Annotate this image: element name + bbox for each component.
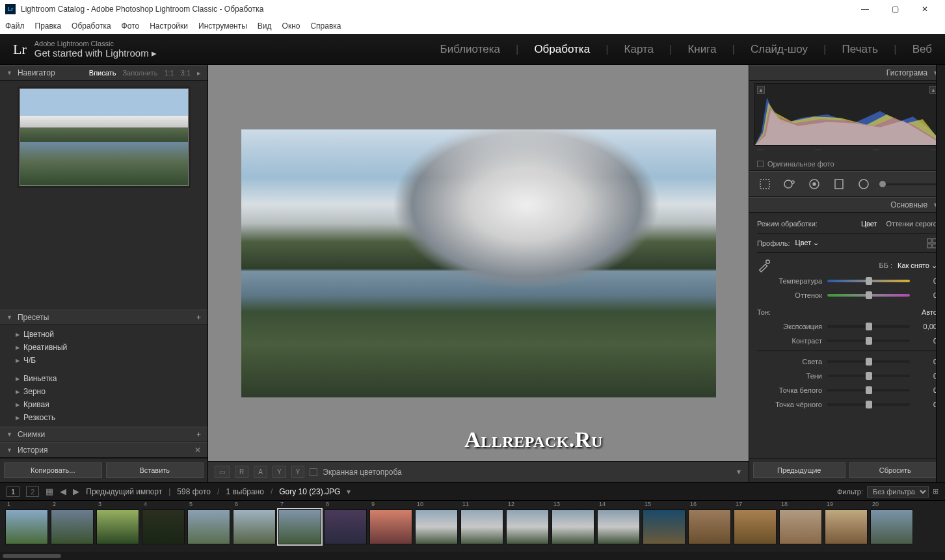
preset-group[interactable]: ▶Зерно — [0, 385, 207, 398]
menu-item[interactable]: Окно — [282, 21, 300, 31]
menu-item[interactable]: Инструменты — [198, 21, 247, 31]
filmstrip-thumbnail[interactable]: 6 — [233, 509, 276, 544]
before-after-y2-button[interactable]: Y — [291, 466, 305, 478]
filmstrip-thumbnail[interactable]: 11 — [460, 509, 503, 544]
spot-removal-tool[interactable] — [780, 175, 799, 193]
zoom-option[interactable]: Заполнить — [122, 69, 157, 77]
filmstrip-thumbnail[interactable]: 17 — [734, 509, 777, 544]
zoom-option[interactable]: 1:1 — [164, 69, 174, 77]
shadows-slider[interactable] — [827, 375, 910, 377]
whites-slider[interactable] — [827, 389, 910, 392]
filmstrip-scrollbar[interactable] — [0, 552, 945, 560]
paste-settings-button[interactable]: Вставить — [106, 462, 204, 478]
grid-view-icon[interactable]: ▦ — [46, 487, 53, 496]
menu-item[interactable]: Справка — [310, 21, 341, 31]
module-tab[interactable]: Библиотека — [440, 43, 500, 56]
preset-group[interactable]: ▶Креативный — [0, 341, 207, 354]
navigator-thumbnail[interactable] — [20, 88, 189, 186]
filter-lock-icon[interactable]: ⊞ — [933, 487, 938, 496]
filmstrip-thumbnail[interactable]: 7 — [278, 509, 321, 544]
temperature-value[interactable]: 0 — [915, 277, 937, 285]
add-preset-button[interactable]: + — [196, 313, 201, 322]
filmstrip-thumbnail[interactable]: 12 — [506, 509, 549, 544]
filmstrip-thumbnail[interactable]: 15 — [643, 509, 685, 544]
exposure-slider[interactable] — [827, 325, 910, 328]
main-window-button[interactable]: 1 — [7, 487, 20, 497]
wb-dropdown[interactable]: Как снято ⌄ — [898, 261, 937, 270]
histogram-header[interactable]: Гистограма ▼ — [749, 65, 945, 81]
filmstrip-thumbnail[interactable]: 5 — [187, 509, 230, 544]
module-tab[interactable]: Веб — [912, 43, 932, 56]
profile-dropdown[interactable]: Цвет ⌄ — [795, 239, 819, 247]
filmstrip-thumbnail[interactable]: 10 — [415, 509, 458, 544]
menu-item[interactable]: Файл — [5, 21, 25, 31]
filter-dropdown[interactable]: Без фильтра — [867, 486, 929, 498]
blacks-value[interactable]: 0 — [915, 401, 937, 408]
module-tab[interactable]: Обработка — [534, 43, 590, 56]
module-tab[interactable]: Книга — [687, 43, 716, 56]
redeye-tool[interactable] — [805, 175, 823, 193]
mask-amount-slider[interactable] — [879, 183, 938, 185]
navigator-preview[interactable] — [0, 81, 207, 194]
menu-item[interactable]: Вид — [258, 21, 272, 31]
softproof-checkbox[interactable] — [310, 468, 317, 476]
auto-tone-button[interactable]: Авто — [922, 308, 937, 316]
snapshots-header[interactable]: ▼ Снимки + — [0, 427, 207, 442]
preset-group[interactable]: ▶Кривая — [0, 398, 207, 411]
menu-item[interactable]: Настройки — [150, 21, 188, 31]
original-checkbox[interactable] — [757, 161, 764, 167]
copy-settings-button[interactable]: Копировать... — [4, 462, 102, 478]
breadcrumb-source[interactable]: Предыдущий импорт — [86, 487, 162, 496]
gradient-tool[interactable] — [830, 175, 848, 193]
clear-history-button[interactable]: ✕ — [194, 446, 201, 455]
filmstrip-thumbnail[interactable]: 8 — [324, 509, 367, 544]
whites-value[interactable]: 0 — [915, 386, 937, 394]
zoom-more-icon[interactable]: ▸ — [197, 69, 201, 77]
filmstrip-thumbnail[interactable]: 13 — [552, 509, 594, 544]
contrast-slider[interactable] — [827, 340, 910, 342]
module-tab[interactable]: Карта — [624, 43, 654, 56]
shadow-clipping-icon[interactable]: ▲ — [757, 86, 765, 94]
add-snapshot-button[interactable]: + — [196, 430, 201, 439]
history-header[interactable]: ▼ История ✕ — [0, 442, 207, 458]
filmstrip-thumbnail[interactable]: 19 — [825, 509, 868, 544]
highlights-value[interactable]: 0 — [915, 358, 937, 366]
menu-item[interactable]: Фото — [122, 21, 140, 31]
filmstrip-thumbnail[interactable]: 2 — [51, 509, 94, 544]
nav-back-icon[interactable]: ◀ — [60, 487, 66, 496]
exposure-value[interactable]: 0,00 — [915, 323, 937, 330]
preset-group[interactable]: ▶Резкость — [0, 411, 207, 424]
basic-header[interactable]: Основные ▼ — [749, 197, 945, 213]
presets-header[interactable]: ▼ Пресеты + — [0, 310, 207, 325]
filmstrip-thumbnail[interactable]: 1 — [5, 509, 48, 544]
original-photo-row[interactable]: Оригинальное фото — [749, 157, 945, 171]
previous-button[interactable]: Предыдущие — [753, 462, 845, 478]
nav-forward-icon[interactable]: ▶ — [73, 487, 79, 496]
filmstrip-thumbnail[interactable]: 20 — [870, 509, 913, 544]
treatment-bw[interactable]: Оттенки серого — [886, 220, 937, 228]
second-window-button[interactable]: 2 — [26, 487, 39, 497]
menu-item[interactable]: Обработка — [72, 21, 111, 31]
radial-tool[interactable] — [855, 175, 873, 193]
menu-item[interactable]: Правка — [35, 21, 62, 31]
module-tab[interactable]: Слайд-шоу — [751, 43, 808, 56]
contrast-value[interactable]: 0 — [915, 337, 937, 345]
crop-tool[interactable] — [756, 175, 774, 193]
current-filename[interactable]: Gory 10 (23).JPG — [279, 487, 340, 496]
filmstrip-thumbnail[interactable]: 4 — [142, 509, 185, 544]
wb-eyedropper-icon[interactable] — [757, 258, 771, 273]
right-scrollbar[interactable] — [936, 65, 945, 482]
filmstrip-thumbnail[interactable]: 14 — [597, 509, 640, 544]
reset-button[interactable]: Сбросить — [849, 462, 942, 478]
preset-group[interactable]: ▶Виньетка — [0, 372, 207, 385]
before-after-r-button[interactable]: R — [235, 466, 248, 478]
filmstrip-thumbnail[interactable]: 18 — [779, 509, 822, 544]
maximize-button[interactable]: ▢ — [880, 0, 910, 18]
navigator-header[interactable]: ▼ Навигатор ВписатьЗаполнить1:13:1▸ — [0, 65, 207, 81]
module-tab[interactable]: Печать — [842, 43, 879, 56]
preset-group[interactable]: ▶Цветной — [0, 328, 207, 341]
histogram[interactable]: ▲ ▲ — [754, 83, 940, 146]
identity-line2[interactable]: Get started with Lightroom ▸ — [34, 47, 157, 59]
filmstrip-thumbnail[interactable]: 9 — [369, 509, 412, 544]
zoom-option[interactable]: 3:1 — [181, 69, 191, 77]
